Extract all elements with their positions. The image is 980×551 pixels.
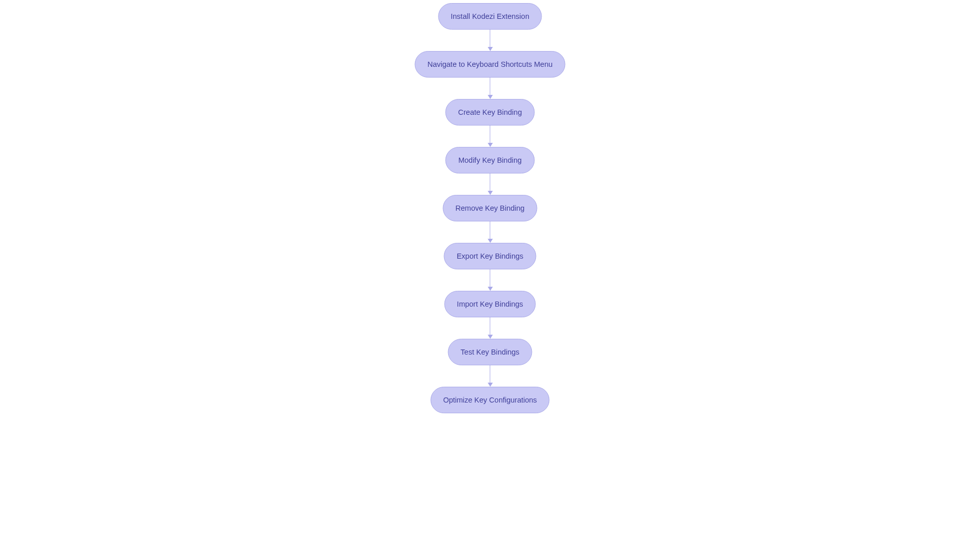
flow-node-label: Optimize Key Configurations — [443, 396, 537, 404]
flow-connector — [487, 126, 493, 147]
flow-node-label: Modify Key Binding — [458, 156, 522, 164]
arrowhead-icon — [487, 335, 493, 339]
connector-line — [489, 269, 491, 287]
flow-connector — [487, 365, 493, 387]
flow-node-label: Navigate to Keyboard Shortcuts Menu — [427, 60, 552, 68]
connector-line — [489, 173, 491, 191]
arrowhead-icon — [487, 143, 493, 147]
arrowhead-icon — [487, 383, 493, 387]
flow-node-label: Install Kodezi Extension — [451, 12, 529, 20]
flow-test: Test Key Bindings — [448, 339, 532, 365]
flow-node-label: Import Key Bindings — [457, 300, 523, 308]
flowchart: Install Kodezi Extension Navigate to Key… — [414, 3, 565, 413]
flow-connector — [487, 317, 493, 339]
arrowhead-icon — [487, 191, 493, 195]
connector-line — [489, 30, 491, 47]
flow-node-navigate: Navigate to Keyboard Shortcuts Menu — [414, 51, 565, 78]
flow-connector — [487, 221, 493, 243]
flow-node-remove: Remove Key Binding — [443, 195, 537, 221]
flow-connector — [487, 78, 493, 99]
connector-line — [489, 317, 491, 335]
flow-node-import: Import Key Bindings — [444, 291, 536, 317]
connector-line — [489, 78, 491, 95]
flow-node-modify: Modify Key Binding — [446, 147, 534, 173]
arrowhead-icon — [487, 47, 493, 51]
flow-node-install: Install Kodezi Extension — [438, 3, 542, 30]
flow-node-label: Export Key Bindings — [457, 252, 524, 260]
flow-node-label: Create Key Binding — [458, 108, 522, 116]
connector-line — [489, 126, 491, 143]
arrowhead-icon — [487, 95, 493, 99]
arrowhead-icon — [487, 287, 493, 291]
flow-connector — [487, 30, 493, 51]
flow-connector — [487, 173, 493, 195]
flow-node-label: Test Key Bindings — [460, 348, 519, 356]
flow-node-create: Create Key Binding — [446, 99, 535, 126]
flow-node-export: Export Key Bindings — [444, 243, 536, 269]
flow-node-optimize: Optimize Key Configurations — [430, 387, 550, 413]
flow-connector — [487, 269, 493, 291]
connector-line — [489, 221, 491, 239]
flow-node-label: Remove Key Binding — [455, 204, 524, 212]
connector-line — [489, 365, 491, 383]
arrowhead-icon — [487, 239, 493, 243]
